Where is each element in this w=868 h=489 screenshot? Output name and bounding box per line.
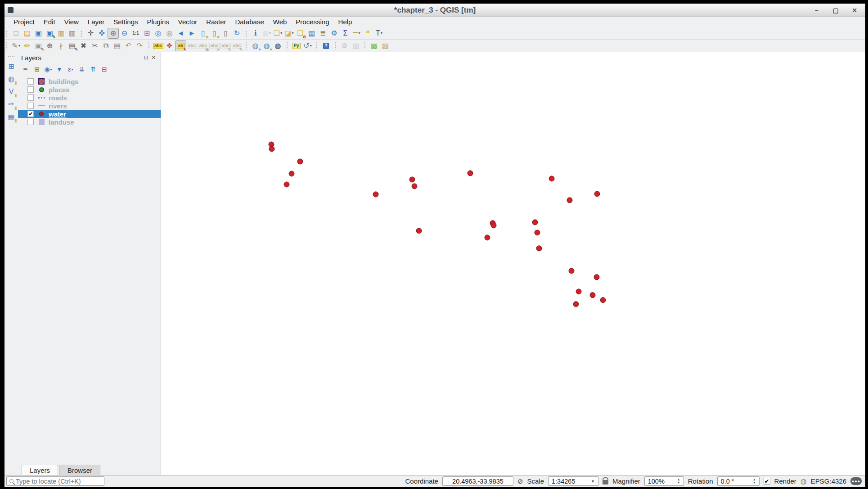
vertex-tool-icon[interactable]: ∤ (55, 40, 67, 51)
zoom-in-icon[interactable]: ⊕ (108, 28, 119, 39)
add-wms-layer-icon[interactable]: ◍+ (250, 40, 261, 51)
map-canvas[interactable] (161, 52, 865, 475)
remove-layer-icon[interactable]: ⊟ (99, 64, 110, 74)
show-bookmarks-icon[interactable]: ▯★ (209, 28, 220, 39)
redo-icon[interactable]: ↷ (134, 40, 145, 51)
cut-features-icon[interactable]: ✂ (89, 40, 100, 51)
deselect-all-icon[interactable]: ❏⊘ (295, 28, 306, 39)
copy-features-icon[interactable]: ⧉ (100, 40, 112, 51)
new-geopackage-layer-icon[interactable]: ◍▮ (6, 74, 17, 85)
new-shapefile-layer-icon[interactable]: V▮ (6, 86, 17, 97)
multiedit-attributes-icon[interactable]: ▤✎ (67, 40, 78, 51)
help-contents-icon[interactable]: ? (320, 40, 332, 51)
zoom-full-icon[interactable]: ⊞ (141, 28, 153, 39)
layer-checkbox[interactable] (27, 119, 34, 125)
crs-globe-icon[interactable]: ◍ (801, 478, 807, 485)
menu-help[interactable]: Help (334, 18, 357, 27)
new-scratch-layer-icon[interactable]: ▦▮ (6, 112, 17, 122)
spinner-arrows-icon[interactable]: ▲▼ (753, 478, 756, 485)
pan-map-icon[interactable]: ✛ (85, 28, 96, 39)
menu-layer[interactable]: Layer (83, 18, 109, 27)
save-project-icon[interactable]: ▣ (33, 28, 44, 39)
crs-status[interactable]: EPSG:4326 (811, 477, 846, 485)
messages-icon[interactable]: ●●● (850, 477, 862, 485)
show-layout-manager-icon[interactable]: ▥ (67, 28, 78, 39)
metasearch-icon[interactable]: ◍ (272, 40, 283, 51)
layer-row-landuse[interactable]: landuse (18, 118, 161, 126)
pin-labels-icon[interactable]: ab● (175, 40, 186, 51)
layer-row-rivers[interactable]: rivers (18, 102, 161, 110)
extents-pointer-icon[interactable]: ⊘ (517, 477, 523, 485)
coordinate-input[interactable]: 20.4963,-33.9835 (442, 476, 513, 486)
filter-expression-icon[interactable]: ε▾ (65, 64, 76, 74)
refresh-map-icon[interactable]: ↻ (231, 28, 243, 39)
menu-web[interactable]: Web (269, 18, 292, 27)
locator-box[interactable] (6, 476, 104, 486)
manage-map-themes-icon[interactable]: ◉▾ (43, 64, 54, 74)
layer-row-buildings[interactable]: buildings (18, 77, 161, 85)
zoom-last-icon[interactable]: ◄ (175, 28, 186, 39)
toggle-editing-icon[interactable]: ✏ (22, 40, 33, 51)
layer-checkbox[interactable]: ✔ (27, 111, 34, 117)
zoom-out-icon[interactable]: ⊖ (119, 28, 130, 39)
spinner-arrows-icon[interactable]: ▲▼ (677, 478, 680, 485)
select-features-icon[interactable]: ❏▾ (272, 28, 283, 39)
menu-database[interactable]: Database (231, 18, 269, 27)
zoom-native-icon[interactable]: 1:1 (130, 28, 141, 39)
save-project-as-icon[interactable]: ▣✎ (44, 28, 55, 39)
render-checkbox[interactable]: ✔ (764, 478, 770, 485)
paste-features-icon[interactable]: ▤ (112, 40, 123, 51)
close-button[interactable]: ✕ (851, 7, 858, 13)
maximize-button[interactable]: ▢ (832, 7, 839, 13)
open-project-icon[interactable]: ▤ (22, 28, 33, 39)
layer-checkbox[interactable] (27, 86, 34, 93)
current-edits-icon[interactable]: ✎▾ (10, 40, 22, 51)
python-console-icon[interactable]: Py (291, 40, 302, 51)
menu-edit[interactable]: Edit (39, 18, 60, 27)
open-attribute-table-icon[interactable]: ▦ (306, 28, 317, 39)
zoom-to-layer-icon[interactable]: ◎ (164, 28, 175, 39)
new-project-icon[interactable]: □ (10, 28, 22, 39)
collapse-all-icon[interactable]: ⇈ (88, 64, 99, 74)
delete-selected-icon[interactable]: ✖ (78, 40, 89, 51)
layer-checkbox[interactable] (27, 94, 34, 101)
text-annotation-icon[interactable]: T▾ (373, 28, 385, 39)
layer-row-places[interactable]: places (18, 85, 161, 94)
quickmap-edit-icon[interactable]: ▨ (380, 40, 391, 51)
add-group-icon[interactable]: ⊞ (31, 64, 42, 74)
field-calculator-icon[interactable]: ≣ (317, 28, 328, 39)
zoom-to-selection-icon[interactable]: ◎ (153, 28, 164, 39)
menu-raster[interactable]: Raster (202, 18, 230, 27)
scale-combobox[interactable]: 1:34265 ▼ (548, 476, 598, 486)
measure-line-icon[interactable]: ═▾ (351, 28, 362, 39)
map-tips-icon[interactable]: ❝ (362, 28, 373, 39)
statistical-summary-icon[interactable]: Σ (340, 28, 351, 39)
new-spatialite-layer-icon[interactable]: ✑▮ (6, 99, 17, 110)
layer-row-water[interactable]: ✔water (18, 110, 161, 118)
pan-to-selection-icon[interactable]: ✜ (96, 28, 108, 39)
rotation-spinbox[interactable]: 0.0 ° ▲▼ (717, 476, 760, 486)
processing-toolbox-icon[interactable]: ⚙ (328, 28, 340, 39)
zoom-next-icon[interactable]: ► (186, 28, 198, 39)
menu-project[interactable]: Project (9, 18, 39, 27)
layer-row-roads[interactable]: roads (18, 94, 161, 102)
select-by-value-icon[interactable]: ◪▾ (283, 28, 295, 39)
tab-browser[interactable]: Browser (59, 465, 100, 475)
save-layer-edits-icon[interactable]: ▣✎ (33, 40, 44, 51)
layer-styling-icon[interactable]: ✒ (20, 64, 31, 74)
identify-features-icon[interactable]: ℹ (250, 28, 261, 39)
menu-plugins[interactable]: Plugins (143, 18, 174, 27)
bookmark-manager-icon[interactable]: ▯ (220, 28, 231, 39)
menu-vector[interactable]: Vector (174, 18, 202, 27)
filter-legend-icon[interactable]: ▼ (54, 64, 65, 74)
quickmap-services-icon[interactable]: ▩ (369, 40, 380, 51)
add-feature-icon[interactable]: ⊕ (44, 40, 55, 51)
menu-processing[interactable]: Processing (291, 18, 333, 27)
close-panel-icon[interactable]: ✕ (150, 54, 157, 61)
float-panel-icon[interactable]: ⊡ (142, 54, 150, 61)
layer-labeling-icon[interactable]: abc (153, 40, 164, 51)
tab-layers[interactable]: Layers (22, 465, 58, 475)
title-bar[interactable]: *chapter_3 - QGIS [tm] –▢✕ (4, 4, 865, 17)
menu-view[interactable]: View (60, 18, 83, 27)
magnifier-spinbox[interactable]: 100% ▲▼ (644, 476, 684, 486)
